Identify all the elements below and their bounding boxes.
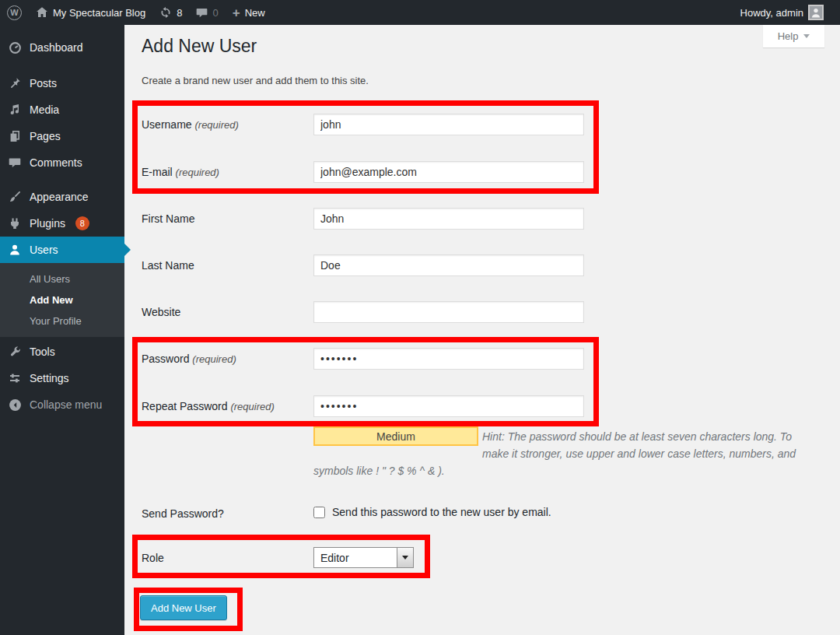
sidebar-item-label: Collapse menu <box>30 398 102 411</box>
plugin-icon <box>7 216 23 231</box>
required-note: (required) <box>194 119 238 131</box>
pages-icon <box>7 128 23 144</box>
username-label: Username (required) <box>142 118 310 131</box>
avatar <box>808 5 824 20</box>
howdy-label: Howdy, admin <box>740 7 803 19</box>
email-input[interactable] <box>313 161 584 183</box>
first-name-label: First Name <box>142 212 310 225</box>
sidebar-item-label: Settings <box>30 372 69 384</box>
sidebar-item-posts[interactable]: Posts <box>0 70 124 96</box>
comment-count: 0 <box>212 7 218 19</box>
page-subtitle: Create a brand new user and add them to … <box>142 75 369 86</box>
repeat-password-input[interactable] <box>313 395 584 417</box>
submenu-item-label: All Users <box>30 273 70 285</box>
sidebar-item-plugins[interactable]: Plugins 8 <box>0 210 124 237</box>
site-name-label: My Spectacular Blog <box>53 7 145 19</box>
last-name-input[interactable] <box>313 254 584 276</box>
users-submenu: All Users Add New Your Profile <box>0 263 124 337</box>
active-menu-arrow <box>124 244 131 256</box>
wordpress-logo-menu[interactable]: W <box>0 0 29 25</box>
sidebar-item-label: Comments <box>30 156 82 169</box>
howdy-account-menu[interactable]: Howdy, admin <box>733 0 831 25</box>
sidebar-item-collapse-menu[interactable]: Collapse menu <box>0 391 124 418</box>
repeat-password-label: Repeat Password (required) <box>142 400 310 412</box>
page-title: Add New User <box>142 36 257 57</box>
sidebar-item-comments[interactable]: Comments <box>0 149 124 176</box>
chevron-down-icon <box>803 34 810 38</box>
role-label: Role <box>142 552 164 564</box>
sidebar-item-your-profile[interactable]: Your Profile <box>0 310 124 332</box>
add-new-user-page: Add New User Help Create a brand new use… <box>124 25 840 635</box>
sidebar-item-label: Pages <box>30 130 61 142</box>
paintbrush-icon <box>7 189 23 205</box>
updates-icon <box>159 6 172 19</box>
dropdown-arrow-button[interactable] <box>397 548 413 567</box>
comment-bubble-icon <box>196 7 208 19</box>
sidebar-item-tools[interactable]: Tools <box>0 339 124 365</box>
sliders-icon <box>7 370 23 386</box>
caret-down-icon <box>402 556 408 560</box>
sidebar-item-label: Media <box>30 103 59 116</box>
wordpress-logo-icon: W <box>7 5 22 20</box>
username-input[interactable] <box>313 114 584 135</box>
sidebar-item-users[interactable]: Users <box>0 237 124 263</box>
sidebar-item-pages[interactable]: Pages <box>0 123 124 149</box>
submenu-item-label: Add New <box>30 294 73 306</box>
home-icon <box>36 6 48 19</box>
sidebar-item-media[interactable]: Media <box>0 96 124 123</box>
sidebar-item-label: Tools <box>30 346 55 358</box>
comments-link[interactable]: 0 <box>189 0 225 25</box>
password-label: Password (required) <box>142 353 310 365</box>
new-label: New <box>245 7 265 19</box>
sidebar-item-settings[interactable]: Settings <box>0 365 124 391</box>
updates-link[interactable]: 8 <box>152 0 189 25</box>
dashboard-icon <box>7 40 23 55</box>
last-name-label: Last Name <box>142 259 310 272</box>
sidebar-item-label: Appearance <box>30 191 89 203</box>
required-note: (required) <box>176 167 219 178</box>
submenu-item-label: Your Profile <box>30 315 82 327</box>
help-button[interactable]: Help <box>763 25 824 47</box>
sidebar-item-label: Posts <box>30 77 57 89</box>
sidebar-item-label: Users <box>30 244 58 256</box>
site-name-link[interactable]: My Spectacular Blog <box>29 0 152 25</box>
required-note: (required) <box>230 401 274 412</box>
role-selected-value: Editor <box>314 548 397 567</box>
media-icon <box>7 102 23 118</box>
send-password-text: Send this password to the new user by em… <box>332 506 551 518</box>
admin-menu: Dashboard Posts Media Pages Comments App… <box>0 25 124 635</box>
sidebar-item-label: Dashboard <box>30 41 83 54</box>
password-input[interactable] <box>313 348 584 370</box>
pushpin-icon <box>7 75 23 91</box>
password-hint: Hint: The password should be at least se… <box>313 428 827 479</box>
email-label: E-mail (required) <box>142 166 310 178</box>
plus-icon: + <box>233 6 240 19</box>
website-label: Website <box>142 306 310 318</box>
send-password-checkbox[interactable] <box>313 507 325 518</box>
sidebar-item-appearance[interactable]: Appearance <box>0 184 124 210</box>
sidebar-item-add-new[interactable]: Add New <box>0 289 124 310</box>
admin-bar: W My Spectacular Blog 8 0 + New Howdy, a… <box>0 0 840 25</box>
update-count: 8 <box>177 7 182 19</box>
sidebar-item-all-users[interactable]: All Users <box>0 268 124 289</box>
add-new-user-button[interactable]: Add New User <box>140 595 227 620</box>
help-label: Help <box>778 30 799 42</box>
collapse-arrow-icon <box>7 397 23 412</box>
sidebar-item-dashboard[interactable]: Dashboard <box>0 34 124 61</box>
first-name-input[interactable] <box>313 208 584 230</box>
sidebar-item-label: Plugins <box>30 217 65 230</box>
users-icon <box>7 242 23 258</box>
send-password-label: Send Password? <box>142 507 224 520</box>
new-menu[interactable]: + New <box>226 0 272 25</box>
role-select[interactable]: Editor <box>313 547 414 568</box>
required-note: (required) <box>192 353 236 365</box>
website-input[interactable] <box>313 301 584 323</box>
plugins-update-badge: 8 <box>75 216 89 230</box>
wrench-icon <box>7 344 23 360</box>
comments-icon <box>7 155 23 170</box>
